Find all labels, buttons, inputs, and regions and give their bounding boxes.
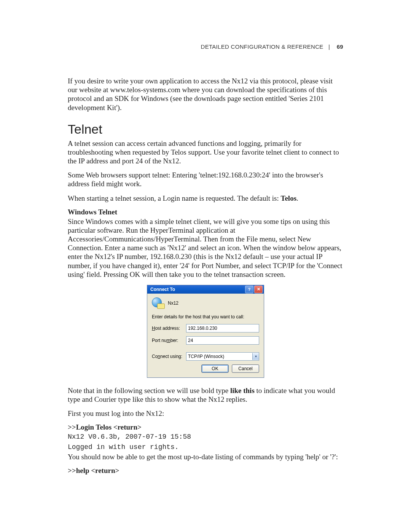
login-command: >>Login Telos <return>: [68, 423, 343, 431]
titlebar-buttons: ? ✕: [245, 286, 263, 293]
header-separator: |: [328, 43, 330, 50]
host-label-ul: H: [152, 326, 155, 331]
connect-to-dialog: Connect To ? ✕ Nx12 Enter details for th: [147, 285, 264, 378]
intro-paragraph: If you desire to write your own applicat…: [68, 77, 343, 112]
connection-icon: [152, 297, 165, 309]
chevron-down-icon: ▾: [252, 353, 259, 360]
windows-telnet-paragraph: Since Windows comes with a simple telnet…: [68, 217, 343, 279]
reply-line-2: Logged in with user rights.: [68, 443, 343, 452]
port-label-ul: m: [167, 338, 170, 343]
help-line: You should now be able to get the most u…: [68, 452, 343, 461]
first-login-line: First you must log into the Nx12:: [68, 409, 343, 418]
port-label-post: ber:: [170, 338, 178, 343]
help-command: >>help <return>: [68, 466, 343, 475]
header-section: DETAILED CONFIGURATION & REFERENCE: [201, 43, 323, 50]
dialog-button-row: OK Cancel: [152, 364, 259, 373]
dialog-figure: Connect To ? ✕ Nx12 Enter details for th: [68, 285, 343, 378]
connect-using-label: Connect using:: [152, 354, 183, 359]
connection-icon-row: Nx12: [152, 297, 259, 309]
dialog-body: Nx12 Enter details for the host that you…: [147, 294, 264, 377]
close-icon: ✕: [257, 287, 260, 292]
connect-using-select[interactable]: TCP/IP (Winsock) ▾: [186, 352, 259, 361]
host-address-row: Host address:: [152, 324, 259, 332]
dialog-title: Connect To: [150, 287, 175, 292]
host-address-input[interactable]: [186, 324, 259, 332]
close-button[interactable]: ✕: [254, 286, 263, 293]
phone-icon: [157, 304, 165, 309]
port-number-row: Port number:: [152, 336, 259, 345]
help-button[interactable]: ?: [245, 286, 253, 293]
host-label-rest: ost address:: [155, 326, 180, 331]
section-heading-telnet: Telnet: [68, 122, 343, 137]
host-address-label: Host address:: [152, 326, 183, 331]
connect-using-row: Connect using: TCP/IP (Winsock) ▾: [152, 352, 259, 361]
connect-using-value: TCP/IP (Winsock): [188, 354, 224, 359]
note-paragraph: Note that in the following section we wi…: [68, 386, 343, 404]
telnet-p3-post: .: [296, 194, 298, 202]
connect-label-post: nect using:: [160, 354, 182, 359]
note-bold: like this: [230, 387, 255, 395]
dialog-titlebar: Connect To ? ✕: [147, 285, 264, 294]
connection-name-label: Nx12: [168, 300, 178, 306]
connect-label-pre: Co: [152, 354, 158, 359]
ok-button[interactable]: OK: [201, 364, 229, 373]
page-header: DETAILED CONFIGURATION & REFERENCE | 69: [68, 43, 343, 50]
note-pre: Note that in the following section we wi…: [68, 387, 230, 395]
reply-line-1: Nx12 V0.6.3b, 2007-07-19 15:58: [68, 432, 343, 441]
dialog-instruction: Enter details for the host that you want…: [152, 314, 259, 320]
document-page: DETAILED CONFIGURATION & REFERENCE | 69 …: [0, 0, 411, 506]
port-label-pre: Port nu: [152, 338, 167, 343]
windows-telnet-subhead: Windows Telnet: [68, 208, 343, 216]
port-number-label: Port number:: [152, 338, 183, 343]
telnet-p3-bold: Telos: [280, 194, 296, 202]
page-number: 69: [337, 43, 343, 50]
cancel-button[interactable]: Cancel: [232, 364, 259, 373]
telnet-paragraph-2: Some Web browsers support telnet: Enteri…: [68, 171, 343, 188]
telnet-paragraph-1: A telnet session can access certain adva…: [68, 139, 343, 166]
telnet-p3-pre: When starting a telnet session, a Login …: [68, 194, 280, 202]
port-number-input[interactable]: [186, 336, 259, 345]
telnet-paragraph-3: When starting a telnet session, a Login …: [68, 194, 343, 203]
